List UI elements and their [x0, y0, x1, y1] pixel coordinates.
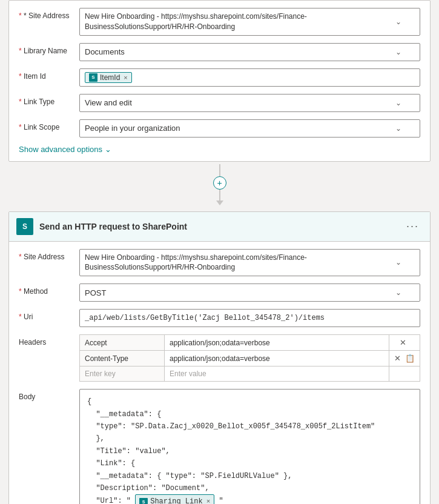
- library-name-select[interactable]: Documents ⌄: [79, 43, 420, 61]
- http-site-address-label: * Site Address: [19, 249, 79, 261]
- item-id-field: S ItemId ×: [79, 68, 420, 87]
- item-id-row: * Item Id S ItemId ×: [19, 68, 420, 87]
- header-row-accept: Accept application/json;odata=verbose ✕: [80, 335, 420, 351]
- link-type-row: * Link Type View and edit ⌄: [19, 94, 420, 112]
- body-line-5: "Title": "value",: [87, 445, 412, 457]
- library-name-chevron-icon: ⌄: [395, 48, 401, 56]
- item-id-label: * Item Id: [19, 68, 79, 81]
- connector: +: [0, 164, 439, 205]
- site-address-select[interactable]: New Hire Onboarding - https://myshsu.sha…: [79, 8, 420, 36]
- link-scope-field: People in your organization ⌄: [79, 119, 420, 138]
- header-empty-key[interactable]: Enter key: [80, 366, 165, 382]
- http-site-address-field: New Hire Onboarding - https://myshsu.sha…: [79, 249, 420, 277]
- body-line-6: "Link": {: [87, 457, 412, 469]
- body-line-3: "type": "SP.Data.Zacj_x0020_Bellot_x005f…: [87, 420, 412, 433]
- http-site-address-select[interactable]: New Hire Onboarding - https://myshsu.sha…: [79, 249, 420, 277]
- item-id-input[interactable]: S ItemId ×: [79, 68, 420, 87]
- body-line-1: {: [87, 396, 412, 408]
- http-body-input[interactable]: { "__metadata": { "type": "SP.Data.Zacj_…: [79, 389, 420, 504]
- header-content-type-value: application/json;odata=verbose: [165, 351, 389, 366]
- header-accept-value: application/json;odata=verbose: [165, 335, 389, 351]
- http-uri-label: * Uri: [19, 309, 79, 321]
- header-key-placeholder: Enter key: [85, 370, 116, 378]
- header-content-type-copy-button[interactable]: 📋: [405, 354, 415, 363]
- link-scope-label: * Link Scope: [19, 119, 79, 131]
- header-content-type-delete-button[interactable]: ✕: [394, 354, 401, 363]
- body-line-7: "__metadata": { "type": "SP.FieldURLValu…: [87, 470, 412, 482]
- link-scope-select[interactable]: People in your organization ⌄: [79, 119, 420, 138]
- connector-arrow-icon: [216, 201, 223, 205]
- item-id-token: S ItemId ×: [85, 72, 132, 83]
- http-headers-field: Accept application/json;odata=verbose ✕ …: [79, 334, 420, 382]
- header-empty-value[interactable]: Enter value: [165, 366, 389, 382]
- http-request-header: S Send an HTTP request to SharePoint ···: [9, 212, 430, 242]
- connector-line-top: [219, 164, 220, 176]
- header-accept-actions: ✕: [389, 335, 420, 351]
- http-method-chevron-icon: ⌄: [395, 288, 401, 297]
- add-step-button[interactable]: +: [213, 176, 226, 190]
- site-address-chevron-icon: ⌄: [395, 18, 401, 26]
- sharepoint-icon: S: [16, 218, 33, 235]
- http-site-address-chevron-icon: ⌄: [395, 258, 401, 267]
- first-card: * * Site Address New Hire Onboarding - h…: [8, 0, 431, 162]
- header-content-type-key: Content-Type: [80, 351, 165, 366]
- header-empty-actions: [389, 366, 420, 382]
- http-headers-label: Headers: [19, 334, 79, 346]
- body-line-8: "Description": "Document",: [87, 482, 412, 494]
- sharing-link-token-close[interactable]: ×: [206, 496, 211, 504]
- library-name-field: Documents ⌄: [79, 43, 420, 61]
- http-uri-input[interactable]: _api/web/lists/GetByTitle('Zacj Bellot_3…: [79, 309, 420, 327]
- link-type-select[interactable]: View and edit ⌄: [79, 94, 420, 112]
- http-body-label: Body: [19, 389, 79, 401]
- body-line-url: "Url": " S Sharing Link × ": [87, 494, 412, 504]
- http-uri-field: _api/web/lists/GetByTitle('Zacj Bellot_3…: [79, 309, 420, 327]
- card-menu-button[interactable]: ···: [403, 219, 423, 234]
- library-name-row: * Library Name Documents ⌄: [19, 43, 420, 61]
- link-type-chevron-icon: ⌄: [395, 99, 401, 107]
- header-row-content-type: Content-Type application/json;odata=verb…: [80, 351, 420, 366]
- library-name-label: * Library Name: [19, 43, 79, 55]
- link-scope-row: * Link Scope People in your organization…: [19, 119, 420, 138]
- sharing-link-token-text: Sharing Link: [150, 496, 202, 504]
- first-card-body: * * Site Address New Hire Onboarding - h…: [9, 1, 430, 161]
- sharing-link-token: S Sharing Link ×: [135, 494, 214, 504]
- connector-line-bottom: [219, 190, 220, 202]
- site-address-row: * * Site Address New Hire Onboarding - h…: [19, 8, 420, 36]
- http-method-select[interactable]: POST ⌄: [79, 284, 420, 302]
- link-scope-chevron-icon: ⌄: [395, 124, 401, 133]
- header-value-placeholder: Enter value: [170, 370, 206, 378]
- link-type-label: * Link Type: [19, 94, 79, 106]
- http-request-card: S Send an HTTP request to SharePoint ···…: [8, 211, 431, 504]
- body-line-2: "__metadata": {: [87, 408, 412, 420]
- headers-table: Accept application/json;odata=verbose ✕ …: [79, 334, 420, 382]
- item-id-token-text: ItemId: [100, 73, 120, 82]
- header-accept-key: Accept: [80, 335, 165, 351]
- http-body-row: Body { "__metadata": { "type": "SP.Data.…: [19, 389, 420, 504]
- header-accept-delete-button[interactable]: ✕: [400, 338, 406, 347]
- http-method-row: * Method POST ⌄: [19, 284, 420, 302]
- http-method-field: POST ⌄: [79, 284, 420, 302]
- body-line-4: },: [87, 433, 412, 445]
- header-content-type-actions: ✕ 📋: [389, 351, 420, 366]
- item-id-token-close[interactable]: ×: [124, 74, 127, 81]
- http-site-address-row: * Site Address New Hire Onboarding - htt…: [19, 249, 420, 277]
- http-uri-row: * Uri _api/web/lists/GetByTitle('Zacj Be…: [19, 309, 420, 327]
- http-headers-row: Headers Accept application/json;odata=ve…: [19, 334, 420, 382]
- sharing-link-token-icon: S: [139, 498, 148, 505]
- show-advanced-options[interactable]: Show advanced options ⌄: [19, 145, 420, 154]
- site-address-field: New Hire Onboarding - https://myshsu.sha…: [79, 8, 420, 36]
- item-id-token-icon: S: [89, 73, 97, 82]
- header-row-empty: Enter key Enter value: [80, 366, 420, 382]
- http-method-label: * Method: [19, 284, 79, 296]
- site-address-label: * * Site Address: [19, 8, 79, 20]
- http-request-body: * Site Address New Hire Onboarding - htt…: [9, 242, 430, 504]
- http-body-field: { "__metadata": { "type": "SP.Data.Zacj_…: [79, 389, 420, 504]
- show-advanced-chevron-icon: ⌄: [105, 145, 111, 154]
- link-type-field: View and edit ⌄: [79, 94, 420, 112]
- http-request-title: Send an HTTP request to SharePoint: [39, 222, 403, 231]
